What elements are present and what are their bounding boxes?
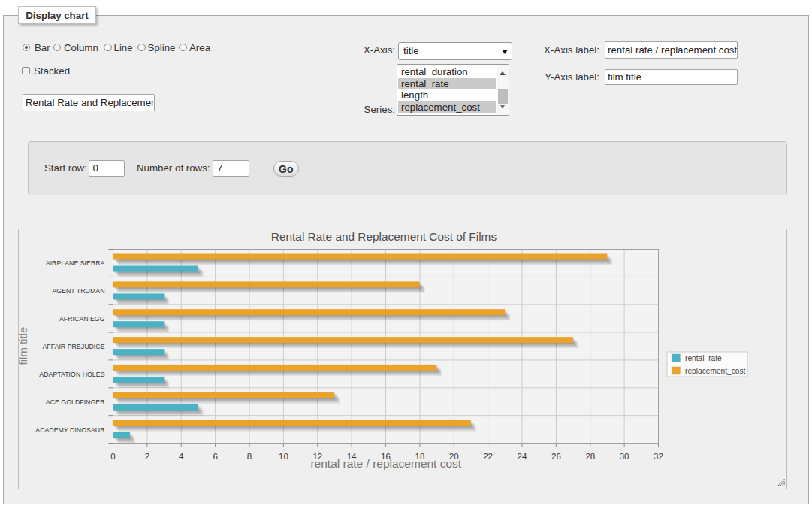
svg-text:AIRPLANE SIERRA: AIRPLANE SIERRA — [46, 259, 105, 267]
svg-text:AFFAIR PREJUDICE: AFFAIR PREJUDICE — [42, 343, 104, 350]
svg-text:30: 30 — [620, 452, 629, 461]
svg-text:24: 24 — [518, 452, 527, 461]
svg-text:replacement_cost: replacement_cost — [685, 367, 746, 375]
svg-text:28: 28 — [585, 452, 595, 461]
svg-text:0: 0 — [110, 452, 115, 461]
svg-text:4: 4 — [179, 452, 184, 461]
svg-text:22: 22 — [483, 452, 493, 461]
svg-text:2: 2 — [145, 452, 149, 461]
svg-text:32: 32 — [654, 452, 663, 461]
svg-text:6: 6 — [213, 452, 217, 461]
svg-text:ADAPTATION HOLES: ADAPTATION HOLES — [39, 371, 104, 378]
svg-text:10: 10 — [279, 452, 288, 461]
svg-text:ACADEMY DINOSAUR: ACADEMY DINOSAUR — [35, 426, 104, 434]
svg-text:AGENT TRUMAN: AGENT TRUMAN — [52, 287, 104, 295]
svg-text:26: 26 — [551, 452, 561, 461]
svg-text:rental_rate: rental_rate — [685, 354, 722, 362]
svg-text:8: 8 — [247, 452, 252, 461]
svg-text:AFRICAN EGG: AFRICAN EGG — [59, 315, 105, 323]
svg-text:Rental Rate and Replacement Co: Rental Rate and Replacement Cost of Film… — [271, 230, 497, 243]
svg-text:rental rate / replacement cost: rental rate / replacement cost — [310, 457, 461, 470]
svg-text:film title: film title — [19, 327, 29, 365]
svg-text:ACE GOLDFINGER: ACE GOLDFINGER — [46, 398, 105, 406]
